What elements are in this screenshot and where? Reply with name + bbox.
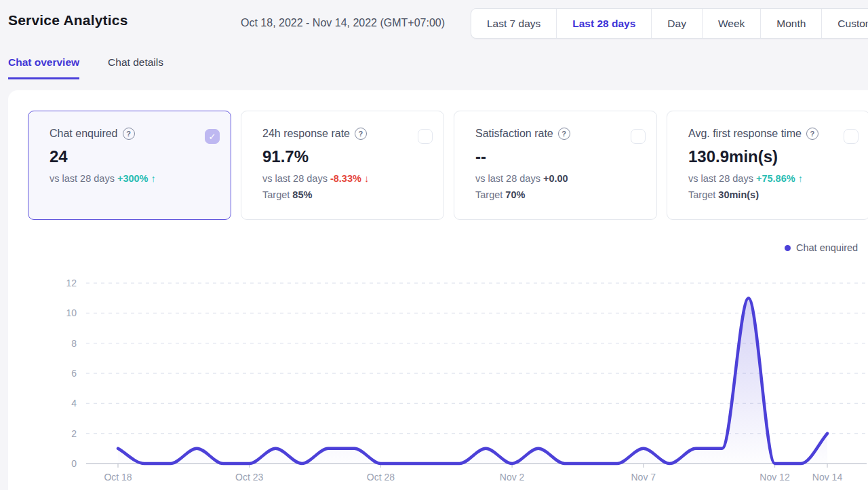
- target-value: 30min(s): [718, 189, 759, 200]
- card-target: Target 70%: [475, 189, 646, 200]
- card-value: 91.7%: [262, 147, 433, 166]
- date-range-label: Oct 18, 2022 - Nov 14, 2022 (GMT+07:00): [241, 17, 445, 29]
- card-title: 24h response rate: [262, 128, 350, 140]
- comparison-label: vs last 28 days: [50, 173, 115, 184]
- range-button-custom[interactable]: Custom: [821, 9, 868, 38]
- target-label: Target: [475, 189, 502, 200]
- down-arrow-icon: ↓: [364, 173, 369, 184]
- legend-label: Chat enquired: [796, 242, 858, 253]
- metric-card-chat-enquired[interactable]: Chat enquired ? ✓ 24 vs last 28 days +30…: [28, 111, 231, 220]
- card-value: 24: [50, 147, 220, 166]
- comparison-label: vs last 28 days: [688, 173, 753, 184]
- card-title: Chat enquired: [50, 128, 118, 140]
- help-icon[interactable]: ?: [123, 128, 135, 140]
- svg-text:10: 10: [66, 307, 77, 318]
- help-icon[interactable]: ?: [355, 128, 367, 140]
- card-value: --: [475, 147, 646, 166]
- svg-text:Nov 14: Nov 14: [812, 472, 843, 483]
- comparison-label: vs last 28 days: [262, 173, 328, 184]
- svg-text:4: 4: [71, 398, 77, 409]
- chat-enquired-line-chart[interactable]: 024681012Oct 18Oct 23Oct 28Nov 2Nov 7Nov…: [8, 271, 868, 490]
- svg-text:Nov 7: Nov 7: [631, 472, 656, 483]
- comparison-delta: -8.33% ↓: [330, 173, 369, 184]
- help-icon[interactable]: ?: [558, 128, 570, 140]
- svg-text:Nov 2: Nov 2: [500, 472, 525, 483]
- svg-text:8: 8: [71, 338, 77, 349]
- card-target: Target 85%: [262, 189, 433, 200]
- svg-text:Oct 18: Oct 18: [104, 472, 132, 483]
- tab-chat-overview[interactable]: Chat overview: [8, 56, 79, 79]
- range-button-day[interactable]: Day: [651, 9, 702, 38]
- svg-text:Oct 23: Oct 23: [235, 472, 263, 483]
- tab-bar: Chat overview Chat details: [8, 56, 163, 79]
- help-icon[interactable]: ?: [806, 128, 818, 140]
- legend-dot-icon: [785, 245, 791, 251]
- svg-text:Nov 12: Nov 12: [760, 472, 790, 483]
- comparison-label: vs last 28 days: [475, 173, 540, 184]
- date-range-button-group: Last 7 days Last 28 days Day Week Month …: [471, 8, 868, 39]
- card-checkbox[interactable]: [418, 129, 433, 144]
- metric-card-avg-first-response-time[interactable]: Avg. first response time ? 130.9min(s) v…: [667, 111, 868, 220]
- up-arrow-icon: ↑: [151, 173, 156, 184]
- card-title: Avg. first response time: [688, 128, 802, 140]
- chart-legend[interactable]: Chat enquired: [785, 242, 858, 253]
- card-checkbox[interactable]: [631, 129, 646, 144]
- comparison-delta: +300% ↑: [117, 173, 156, 184]
- target-value: 70%: [505, 189, 525, 200]
- svg-text:6: 6: [71, 368, 77, 379]
- metric-card-24h-response-rate[interactable]: 24h response rate ? 91.7% vs last 28 day…: [241, 111, 444, 220]
- svg-text:12: 12: [66, 278, 77, 288]
- svg-text:2: 2: [71, 428, 77, 439]
- page-title: Service Analytics: [8, 12, 128, 29]
- target-label: Target: [262, 189, 290, 200]
- target-value: 85%: [292, 189, 312, 200]
- card-checkbox[interactable]: ✓: [205, 129, 220, 144]
- svg-text:0: 0: [71, 458, 77, 469]
- card-comparison: vs last 28 days -8.33% ↓: [262, 173, 433, 184]
- card-comparison: vs last 28 days +0.00: [475, 173, 646, 184]
- metric-cards: Chat enquired ? ✓ 24 vs last 28 days +30…: [28, 111, 868, 220]
- up-arrow-icon: ↑: [798, 173, 803, 184]
- comparison-delta: +75.86% ↑: [756, 173, 803, 184]
- card-checkbox[interactable]: [844, 129, 859, 144]
- target-label: Target: [688, 189, 715, 200]
- svg-text:Oct 28: Oct 28: [367, 472, 395, 483]
- range-button-month[interactable]: Month: [760, 9, 821, 38]
- card-target: Target 30min(s): [688, 189, 859, 200]
- tab-chat-details[interactable]: Chat details: [108, 56, 163, 79]
- range-button-week[interactable]: Week: [702, 9, 760, 38]
- card-value: 130.9min(s): [688, 147, 859, 166]
- comparison-delta: +0.00: [543, 173, 568, 184]
- range-button-last-7-days[interactable]: Last 7 days: [471, 9, 556, 38]
- range-button-last-28-days[interactable]: Last 28 days: [556, 9, 651, 38]
- content-panel: Chat enquired ? ✓ 24 vs last 28 days +30…: [8, 90, 868, 490]
- card-comparison: vs last 28 days +300% ↑: [50, 173, 220, 184]
- metric-card-satisfaction-rate[interactable]: Satisfaction rate ? -- vs last 28 days +…: [454, 111, 657, 220]
- card-title: Satisfaction rate: [475, 128, 553, 140]
- card-comparison: vs last 28 days +75.86% ↑: [688, 173, 859, 184]
